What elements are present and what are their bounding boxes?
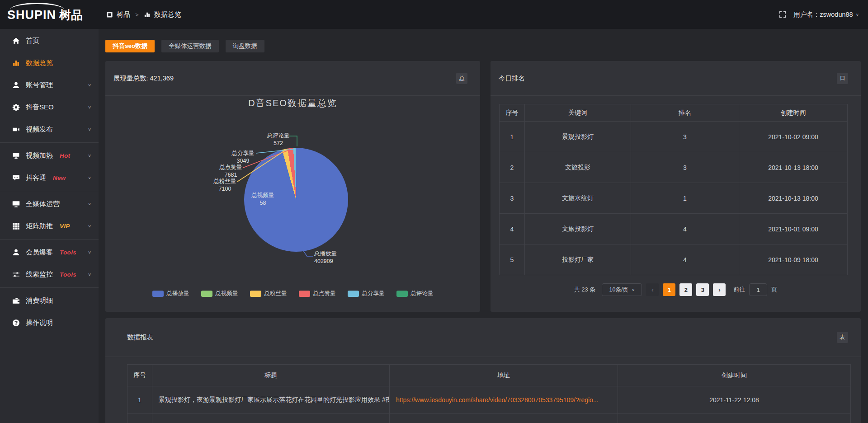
breadcrumb-current-icon xyxy=(144,11,151,18)
col-title: 标题 xyxy=(152,365,390,386)
logo-arc xyxy=(10,3,64,10)
breadcrumb: 树品 > 数据总览 xyxy=(106,0,181,29)
sidebar-item-label: 操作说明 xyxy=(26,319,53,327)
legend-label: 总评论量 xyxy=(411,290,434,297)
tab[interactable]: 抖音seo数据 xyxy=(105,40,155,52)
sidebar-item[interactable]: 消费明细 ∨ xyxy=(0,290,99,312)
user-menu[interactable]: 用户名：zswodun88 ∨ xyxy=(793,10,859,19)
cell-url: https://www.iesdouyin.com/share/video/70… xyxy=(390,386,618,414)
sidebar-item[interactable]: ∨ xyxy=(0,239,99,240)
page-number-button[interactable]: 2 xyxy=(679,283,692,296)
table-header-row: 序号 关键词 排名 创建时间 xyxy=(500,104,848,122)
sidebar-item-badge: Hot xyxy=(60,152,70,159)
legend-swatch xyxy=(250,291,261,297)
cell-keyword: 文旅水纹灯 xyxy=(525,183,631,214)
legend-item[interactable]: 总分享量 xyxy=(348,290,385,297)
cell-created: 2021-10-13 18:00 xyxy=(739,183,848,214)
chevron-down-icon: ∨ xyxy=(88,175,91,180)
pie-chart-title: D音SEO数据量总览 xyxy=(105,97,480,109)
sidebar-item[interactable]: 视频发布 ∨ xyxy=(0,118,99,141)
next-page-button[interactable]: › xyxy=(713,283,726,296)
sidebar-item[interactable]: ∨ xyxy=(0,142,99,143)
fullscreen-icon[interactable] xyxy=(779,11,786,18)
pie-label-comments: 总评论量572 xyxy=(259,132,297,147)
breadcrumb-root[interactable]: 树品 xyxy=(117,10,130,19)
total-badge-button[interactable]: 总 xyxy=(456,73,467,84)
col-no: 序号 xyxy=(500,104,525,122)
chevron-down-icon: ∨ xyxy=(88,250,91,254)
cell-created: 2021-10-01 09:00 xyxy=(739,214,848,244)
logo-text-en: SHUPIN xyxy=(7,8,56,22)
cell-no: 4 xyxy=(500,214,525,244)
table-row: 5 投影灯厂家 4 2021-10-09 18:00 xyxy=(500,244,848,275)
goto-page-input[interactable] xyxy=(749,283,767,296)
cell-no: 1 xyxy=(127,386,152,414)
video-link[interactable]: https://www.iesdouyin.com/share/video/70… xyxy=(396,396,599,404)
sidebar-item[interactable]: 抖客通 New ∨ xyxy=(0,167,99,189)
legend-item[interactable]: 总视频量 xyxy=(201,290,238,297)
screen-icon xyxy=(12,152,20,160)
cell-rank: 4 xyxy=(631,214,739,244)
sidebar-item[interactable]: 数据总览 ∨ xyxy=(0,52,99,74)
tab[interactable]: 全媒体运营数据 xyxy=(161,40,219,52)
cell-title: 景观投影灯，夜游景观投影灯厂家展示展示落花灯在花园里的灯光投影应用效果 #夜游 xyxy=(152,386,390,414)
bar-chart-icon xyxy=(12,59,20,67)
ranking-panel-title: 今日排名 xyxy=(499,74,525,83)
username-label: 用户名：zswodun88 xyxy=(793,10,853,19)
sidebar-item[interactable]: 操作说明 ∨ xyxy=(0,312,99,334)
page-number-button[interactable]: 3 xyxy=(696,283,709,296)
prev-page-button[interactable]: ‹ xyxy=(646,283,659,296)
tab[interactable]: 询盘数据 xyxy=(226,40,264,52)
sidebar-item[interactable]: 首页 ∨ xyxy=(0,30,99,52)
ranking-table: 序号 关键词 排名 创建时间 1 景观投影灯 3 2021-10-02 09:0… xyxy=(499,104,848,275)
table-badge-button[interactable]: 表 xyxy=(837,332,848,343)
sidebar-item[interactable]: 抖音SEO ∨ xyxy=(0,96,99,118)
col-keyword: 关键词 xyxy=(525,104,631,122)
sidebar-item[interactable]: 视频加热 Hot ∨ xyxy=(0,145,99,167)
chevron-down-icon: ∨ xyxy=(88,83,91,87)
page-number-button[interactable]: 1 xyxy=(663,283,675,296)
user-icon xyxy=(12,81,20,89)
table-row: 2 文旅投影 3 2021-10-13 18:00 xyxy=(500,152,848,183)
sidebar-item[interactable]: 账号管理 ∨ xyxy=(0,74,99,96)
cell-no: 5 xyxy=(500,244,525,275)
logo-text-cn: 树品 xyxy=(59,8,83,22)
pagination: 共 23 条 10条/页 ∨ ‹ 1 2 3 › 前往 页 xyxy=(491,283,861,296)
pie-label-plays: 总播放量402909 xyxy=(314,250,364,265)
page-size-select[interactable]: 10条/页 ∨ xyxy=(602,283,642,296)
sidebar-item[interactable]: 线索监控 Tools ∨ xyxy=(0,263,99,286)
cell-no: 3 xyxy=(500,183,525,214)
top-bar: SHUPIN树品 树品 > 数据总览 用户名：zswodun88 ∨ xyxy=(0,0,868,29)
pie-label-likes: 总点赞量7681 xyxy=(212,164,250,179)
legend-label: 总视频量 xyxy=(216,290,238,297)
sidebar-item[interactable]: 会员爆客 Tools ∨ xyxy=(0,241,99,263)
cell-rank: 4 xyxy=(631,244,739,275)
legend-swatch xyxy=(396,291,408,297)
monitor-icon xyxy=(12,200,20,208)
sidebar-item-label: 线索监控 xyxy=(26,270,53,279)
pie-label-fans: 总粉丝量7100 xyxy=(206,178,244,193)
table-row: 1 景观投影灯，夜游景观投影灯厂家展示展示落花灯在花园里的灯光投影应用效果 #夜… xyxy=(127,386,851,414)
legend-item[interactable]: 总粉丝量 xyxy=(250,290,287,297)
legend-item[interactable]: 总播放量 xyxy=(152,290,189,297)
legend-item[interactable]: 总评论量 xyxy=(396,290,434,297)
legend-item[interactable]: 总点赞量 xyxy=(299,290,336,297)
table-row xyxy=(127,414,851,423)
legend-label: 总粉丝量 xyxy=(264,290,287,297)
grid-icon xyxy=(12,222,20,230)
sidebar-item-label: 会员爆客 xyxy=(26,248,53,257)
cell-created: 2021-10-13 18:00 xyxy=(739,152,848,183)
cell-rank: 3 xyxy=(631,152,739,183)
cell-no: 1 xyxy=(500,122,525,152)
day-badge-button[interactable]: 日 xyxy=(837,73,848,84)
sidebar-item[interactable]: ∨ xyxy=(0,287,99,288)
breadcrumb-root-icon xyxy=(106,11,113,18)
sidebar-item-badge: Tools xyxy=(60,249,76,256)
sliders-icon xyxy=(12,271,20,278)
sidebar-item[interactable]: 矩阵助推 VIP ∨ xyxy=(0,215,99,237)
table-row: 4 文旅投影灯 4 2021-10-01 09:00 xyxy=(500,214,848,244)
sidebar-item[interactable]: 全媒体运营 ∨ xyxy=(0,193,99,215)
breadcrumb-current: 数据总览 xyxy=(154,10,181,19)
sidebar-item[interactable]: ∨ xyxy=(0,191,99,191)
seo-overview-panel: 展现量总数: 421,369 总 D音SEO数据量总览 总评论量572 总分享量… xyxy=(105,61,480,312)
